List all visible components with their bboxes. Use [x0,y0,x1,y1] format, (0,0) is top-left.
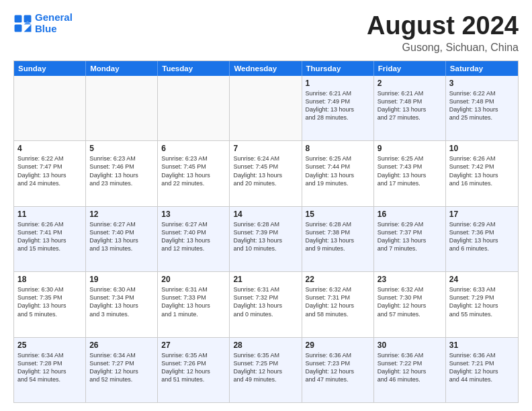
calendar-cell: 20Sunrise: 6:31 AM Sunset: 7:33 PM Dayli… [158,272,230,336]
calendar-cell: 3Sunrise: 6:22 AM Sunset: 7:48 PM Daylig… [446,76,518,140]
day-number: 22 [306,275,370,284]
logo-line1: General [35,11,73,23]
day-number: 2 [378,79,442,88]
svg-rect-2 [15,24,22,32]
day-number: 30 [378,340,442,350]
logo-text: General Blue [35,12,73,34]
calendar-cell: 25Sunrise: 6:34 AM Sunset: 7:28 PM Dayli… [14,338,86,402]
day-info: Sunrise: 6:32 AM Sunset: 7:31 PM Dayligh… [306,285,370,318]
title-block: August 2024 Gusong, Sichuan, China [367,12,519,54]
day-number: 15 [306,210,370,219]
calendar-day-header: Tuesday [158,61,230,76]
day-info: Sunrise: 6:30 AM Sunset: 7:35 PM Dayligh… [17,285,82,318]
calendar-cell: 16Sunrise: 6:29 AM Sunset: 7:37 PM Dayli… [374,207,446,271]
calendar-day-header: Wednesday [230,61,302,76]
day-info: Sunrise: 6:28 AM Sunset: 7:38 PM Dayligh… [306,220,370,253]
day-number: 12 [89,210,154,219]
day-number: 18 [17,275,82,284]
calendar-day-header: Monday [86,61,158,76]
day-info: Sunrise: 6:30 AM Sunset: 7:34 PM Dayligh… [89,285,154,318]
calendar-cell [158,76,230,140]
calendar-cell: 10Sunrise: 6:26 AM Sunset: 7:42 PM Dayli… [446,141,518,205]
calendar-cell: 12Sunrise: 6:27 AM Sunset: 7:40 PM Dayli… [86,207,158,271]
day-number: 25 [17,340,82,350]
day-number: 19 [89,275,154,284]
calendar-cell [14,76,86,140]
day-number: 17 [449,210,515,219]
calendar-cell: 24Sunrise: 6:33 AM Sunset: 7:29 PM Dayli… [446,272,518,336]
calendar-row: 11Sunrise: 6:26 AM Sunset: 7:41 PM Dayli… [14,207,518,272]
day-info: Sunrise: 6:34 AM Sunset: 7:28 PM Dayligh… [17,351,82,384]
day-number: 16 [378,210,442,219]
calendar-cell: 30Sunrise: 6:36 AM Sunset: 7:22 PM Dayli… [374,338,446,402]
calendar-cell: 7Sunrise: 6:24 AM Sunset: 7:45 PM Daylig… [230,141,302,205]
svg-rect-0 [15,15,22,22]
day-info: Sunrise: 6:27 AM Sunset: 7:40 PM Dayligh… [89,220,154,253]
calendar-row: 18Sunrise: 6:30 AM Sunset: 7:35 PM Dayli… [14,272,518,337]
day-number: 21 [233,275,298,284]
calendar-cell: 28Sunrise: 6:35 AM Sunset: 7:25 PM Dayli… [230,338,302,402]
calendar-cell: 13Sunrise: 6:27 AM Sunset: 7:40 PM Dayli… [158,207,230,271]
day-info: Sunrise: 6:35 AM Sunset: 7:26 PM Dayligh… [161,351,226,384]
day-info: Sunrise: 6:25 AM Sunset: 7:44 PM Dayligh… [306,154,370,187]
day-info: Sunrise: 6:36 AM Sunset: 7:21 PM Dayligh… [449,351,515,384]
main-title: August 2024 [367,12,519,40]
calendar-cell: 15Sunrise: 6:28 AM Sunset: 7:38 PM Dayli… [302,207,374,271]
day-number: 11 [17,210,82,219]
day-info: Sunrise: 6:27 AM Sunset: 7:40 PM Dayligh… [161,220,226,253]
logo-icon [13,14,32,33]
day-info: Sunrise: 6:31 AM Sunset: 7:33 PM Dayligh… [161,285,226,318]
calendar-cell: 2Sunrise: 6:21 AM Sunset: 7:48 PM Daylig… [374,76,446,140]
calendar-cell: 9Sunrise: 6:25 AM Sunset: 7:43 PM Daylig… [374,141,446,205]
day-info: Sunrise: 6:29 AM Sunset: 7:37 PM Dayligh… [378,220,442,253]
calendar-cell: 4Sunrise: 6:22 AM Sunset: 7:47 PM Daylig… [14,141,86,205]
calendar-cell: 11Sunrise: 6:26 AM Sunset: 7:41 PM Dayli… [14,207,86,271]
day-number: 9 [378,144,442,153]
day-number: 20 [161,275,226,284]
day-info: Sunrise: 6:23 AM Sunset: 7:46 PM Dayligh… [89,154,154,187]
day-info: Sunrise: 6:32 AM Sunset: 7:30 PM Dayligh… [378,285,442,318]
day-info: Sunrise: 6:25 AM Sunset: 7:43 PM Dayligh… [378,154,442,187]
calendar-day-header: Sunday [14,61,86,76]
calendar-row: 25Sunrise: 6:34 AM Sunset: 7:28 PM Dayli… [14,338,518,402]
day-number: 13 [161,210,226,219]
calendar-row: 4Sunrise: 6:22 AM Sunset: 7:47 PM Daylig… [14,141,518,206]
logo-line2: Blue [35,23,57,34]
day-number: 31 [449,340,515,350]
calendar-day-header: Saturday [446,61,518,76]
day-info: Sunrise: 6:31 AM Sunset: 7:32 PM Dayligh… [233,285,298,318]
day-number: 6 [161,144,226,153]
calendar-cell: 29Sunrise: 6:36 AM Sunset: 7:23 PM Dayli… [302,338,374,402]
day-number: 28 [233,340,298,350]
calendar-cell: 6Sunrise: 6:23 AM Sunset: 7:45 PM Daylig… [158,141,230,205]
day-info: Sunrise: 6:34 AM Sunset: 7:27 PM Dayligh… [89,351,154,384]
calendar-cell: 17Sunrise: 6:29 AM Sunset: 7:36 PM Dayli… [446,207,518,271]
header: General Blue August 2024 Gusong, Sichuan… [13,12,519,54]
day-number: 5 [89,144,154,153]
calendar-day-header: Thursday [302,61,374,76]
calendar-cell: 23Sunrise: 6:32 AM Sunset: 7:30 PM Dayli… [374,272,446,336]
calendar-cell: 1Sunrise: 6:21 AM Sunset: 7:49 PM Daylig… [302,76,374,140]
day-info: Sunrise: 6:36 AM Sunset: 7:22 PM Dayligh… [378,351,442,384]
day-number: 24 [449,275,515,284]
calendar-cell: 18Sunrise: 6:30 AM Sunset: 7:35 PM Dayli… [14,272,86,336]
page: General Blue August 2024 Gusong, Sichuan… [0,0,532,411]
day-number: 7 [233,144,298,153]
day-info: Sunrise: 6:35 AM Sunset: 7:25 PM Dayligh… [233,351,298,384]
logo: General Blue [13,12,73,34]
day-number: 23 [378,275,442,284]
day-info: Sunrise: 6:22 AM Sunset: 7:48 PM Dayligh… [449,89,515,122]
day-info: Sunrise: 6:21 AM Sunset: 7:48 PM Dayligh… [378,89,442,122]
svg-marker-3 [24,24,32,32]
calendar-cell: 8Sunrise: 6:25 AM Sunset: 7:44 PM Daylig… [302,141,374,205]
day-info: Sunrise: 6:24 AM Sunset: 7:45 PM Dayligh… [233,154,298,187]
day-info: Sunrise: 6:21 AM Sunset: 7:49 PM Dayligh… [306,89,370,122]
day-number: 10 [449,144,515,153]
day-info: Sunrise: 6:26 AM Sunset: 7:42 PM Dayligh… [449,154,515,187]
day-info: Sunrise: 6:29 AM Sunset: 7:36 PM Dayligh… [449,220,515,253]
calendar-cell: 22Sunrise: 6:32 AM Sunset: 7:31 PM Dayli… [302,272,374,336]
calendar-day-header: Friday [374,61,446,76]
calendar-cell: 21Sunrise: 6:31 AM Sunset: 7:32 PM Dayli… [230,272,302,336]
day-info: Sunrise: 6:33 AM Sunset: 7:29 PM Dayligh… [449,285,515,318]
day-number: 8 [306,144,370,153]
